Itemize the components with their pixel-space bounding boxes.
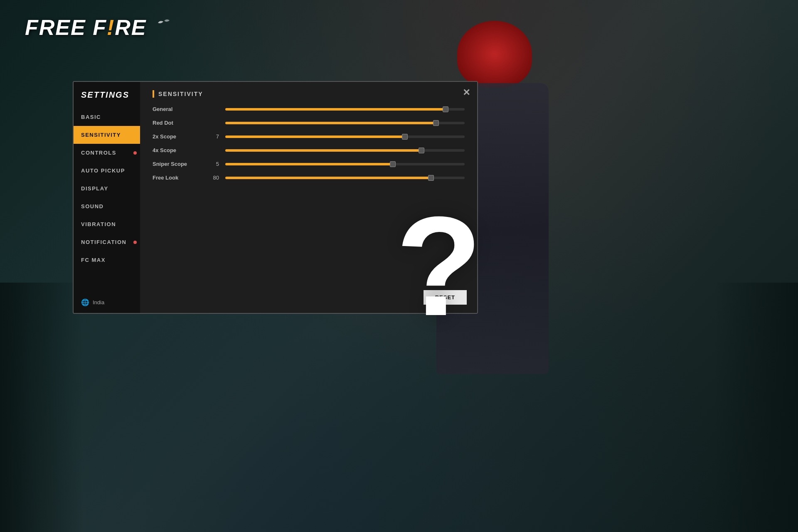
slider-row-4: Sniper Scope5: [153, 161, 465, 167]
slider-track-0[interactable]: [225, 108, 465, 111]
slider-label-0: General: [153, 106, 198, 112]
settings-modal-wrapper: ✕ SETTINGS BASICSENSITIVITYCONTROLSAUTO …: [73, 81, 478, 314]
slider-label-5: Free Look: [153, 175, 198, 181]
notification-dot-notification: [133, 241, 137, 244]
globe-icon: 🌐: [81, 298, 89, 306]
slider-thumb-4[interactable]: [390, 161, 396, 167]
slider-value-2: 7: [204, 133, 219, 140]
sidebar-item-notification[interactable]: NOTIFICATION: [74, 233, 140, 251]
sidebar: SETTINGS BASICSENSITIVITYCONTROLSAUTO PI…: [74, 82, 140, 313]
logo-fire-icon: !: [107, 15, 115, 39]
slider-label-2: 2x Scope: [153, 133, 198, 140]
slider-value-5: 80: [204, 175, 219, 181]
slider-thumb-1[interactable]: [433, 120, 439, 126]
close-button[interactable]: ✕: [459, 85, 474, 100]
slider-track-fill-4: [225, 163, 393, 165]
logo-text: FREE F!RE: [25, 17, 172, 38]
sidebar-item-vibration[interactable]: VIBRATION: [74, 215, 140, 233]
sidebar-items: BASICSENSITIVITYCONTROLSAUTO PICKUPDISPL…: [74, 108, 140, 269]
sliders-container: GeneralRed Dot2x Scope74x ScopeSniper Sc…: [153, 106, 465, 188]
bg-tree-left: [0, 283, 83, 532]
sidebar-region: 🌐 India: [74, 292, 140, 313]
slider-row-5: Free Look80: [153, 175, 465, 181]
sidebar-item-sound[interactable]: SOUND: [74, 197, 140, 215]
section-title-row: SENSITIVITY: [153, 90, 465, 98]
slider-track-3[interactable]: [225, 149, 465, 152]
slider-row-1: Red Dot: [153, 120, 465, 126]
region-label: India: [93, 299, 104, 305]
settings-modal: ✕ SETTINGS BASICSENSITIVITYCONTROLSAUTO …: [73, 81, 478, 314]
sidebar-item-fc-max[interactable]: FC MAX: [74, 251, 140, 269]
sidebar-title: SETTINGS: [74, 82, 140, 108]
notification-dot-controls: [133, 151, 137, 155]
slider-label-3: 4x Scope: [153, 147, 198, 153]
slider-thumb-5[interactable]: [428, 175, 434, 181]
slider-track-fill-0: [225, 108, 446, 111]
slider-track-1[interactable]: [225, 122, 465, 124]
slider-label-4: Sniper Scope: [153, 161, 198, 167]
slider-label-1: Red Dot: [153, 120, 198, 126]
slider-thumb-2[interactable]: [402, 134, 408, 140]
bg-tree-right: [715, 283, 798, 532]
slider-track-4[interactable]: [225, 163, 465, 165]
slider-track-fill-3: [225, 149, 421, 152]
slider-row-3: 4x Scope: [153, 147, 465, 153]
slider-track-fill-2: [225, 135, 405, 138]
sidebar-item-display[interactable]: DISPLAY: [74, 180, 140, 197]
slider-value-4: 5: [204, 161, 219, 167]
sidebar-item-controls[interactable]: CONTROLS: [74, 144, 140, 162]
reset-button[interactable]: RESET: [424, 290, 467, 305]
character-hair: [457, 21, 532, 87]
section-title-bar: [153, 90, 154, 98]
logo-bird-icon: [156, 17, 172, 33]
sidebar-item-basic[interactable]: BASIC: [74, 108, 140, 126]
logo-text-re: RE: [115, 15, 146, 39]
slider-thumb-0[interactable]: [443, 106, 448, 112]
slider-row-2: 2x Scope7: [153, 133, 465, 140]
game-logo: FREE F!RE: [25, 17, 172, 38]
slider-track-5[interactable]: [225, 177, 465, 179]
slider-thumb-3[interactable]: [419, 148, 424, 153]
section-title-text: SENSITIVITY: [158, 91, 203, 97]
slider-track-fill-5: [225, 177, 431, 179]
slider-track-fill-1: [225, 122, 436, 124]
sidebar-item-sensitivity[interactable]: SENSITIVITY: [74, 126, 140, 144]
logo-text-freefi: FREE F: [25, 15, 107, 39]
slider-row-0: General: [153, 106, 465, 112]
settings-content: SENSITIVITY GeneralRed Dot2x Scope74x Sc…: [140, 82, 477, 313]
slider-track-2[interactable]: [225, 135, 465, 138]
sidebar-item-auto-pickup[interactable]: AUTO PICKUP: [74, 162, 140, 180]
